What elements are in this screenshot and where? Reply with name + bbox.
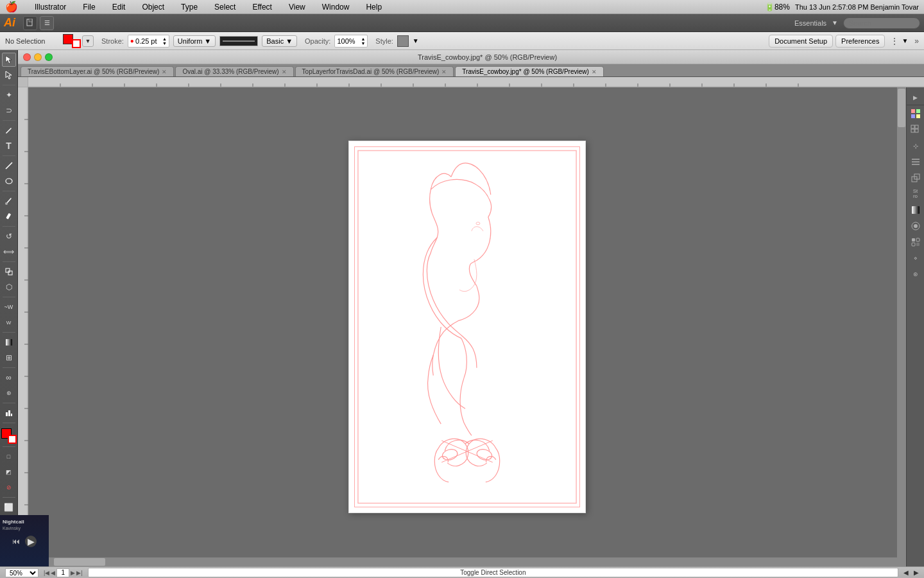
lasso-tool[interactable]: ⊃ [2,103,16,118]
line-tool[interactable] [2,159,16,173]
tab-1[interactable]: Oval.ai @ 33.33% (RGB/Preview) ✕ [175,66,293,76]
collapse-panel-icon[interactable]: » [914,37,919,46]
vertical-scrollbar[interactable] [897,87,906,557]
opacity-input[interactable] [337,37,359,45]
change-screen-mode[interactable]: ⬜ [2,500,16,514]
document-setup-button[interactable]: Document Setup [769,35,833,48]
pathfinder-panel-icon[interactable] [908,170,923,186]
tab-close-2[interactable]: ✕ [441,69,447,75]
preferences-button[interactable]: Preferences [835,35,885,48]
apple-menu[interactable]: 🍎 [5,1,18,13]
menu-file[interactable]: File [80,3,98,12]
menu-view[interactable]: View [286,3,308,12]
menu-effect[interactable]: Effect [250,3,274,12]
opacity-down[interactable]: ▼ [361,41,365,46]
shape-tool[interactable] [2,174,16,188]
maximize-button[interactable] [45,53,53,61]
selection-tool[interactable] [2,53,16,67]
prev-page-button[interactable]: ◀ [51,570,55,576]
no-fill-icon[interactable]: ⊘ [2,480,16,495]
menu-help[interactable]: Help [363,3,384,12]
minimize-button[interactable] [34,53,42,61]
stroke-up-arrow[interactable]: ▲ [162,37,167,41]
grid-panel-icon[interactable] [908,122,923,137]
direct-selection-tool[interactable] [2,68,16,82]
magic-wand-tool[interactable]: ✦ [2,88,16,102]
page-number-input[interactable] [56,568,69,577]
menu-select[interactable]: Select [212,3,238,12]
status-toggle[interactable]: Toggle Direct Selection [88,568,898,577]
stroke-panel-icon[interactable]: Stro [908,186,923,202]
canvas[interactable] [28,87,906,566]
transform-panel-icon[interactable]: ⊹ [908,138,923,153]
column-graph-tool[interactable] [2,406,16,420]
blend-tool[interactable]: ∞ [2,371,16,385]
align-panel-icon[interactable] [908,154,923,170]
rotate-tool[interactable]: ↺ [2,229,16,243]
style-dropdown-arrow[interactable]: ▼ [413,37,419,44]
brush-panel-icon[interactable]: ⋄ [908,250,923,266]
menu-window[interactable]: Window [320,3,352,12]
scale-tool[interactable] [2,265,16,279]
scrollbar-thumb-vertical[interactable] [898,89,905,127]
appearance-panel-icon[interactable] [908,218,923,234]
menu-object[interactable]: Object [139,3,167,12]
reflect-tool[interactable]: ⟺ [2,245,16,259]
last-page-button[interactable]: ▶| [76,570,82,576]
scrollbar-thumb-horizontal[interactable] [54,558,105,566]
swatches-panel-icon[interactable] [908,106,923,121]
symbol-tool[interactable]: ⊛ [2,386,16,400]
zoom-select[interactable]: 50% 25% 33% 66% 100% [5,568,38,577]
width-tool[interactable]: W [2,315,16,329]
gradient-tool[interactable] [2,335,16,349]
gradient-panel-icon[interactable] [908,202,923,218]
player-prev-button[interactable]: ⏮ [12,537,20,546]
type-tool[interactable]: T [2,139,16,153]
svg-rect-63 [911,114,915,118]
workspace-dropdown-icon[interactable]: ▼ [832,19,838,26]
fill-dropdown[interactable]: ▼ [82,35,94,47]
gradient-fill-icon[interactable]: ◩ [2,465,16,479]
panel-icon-1[interactable]: ▶ [907,90,924,105]
status-bar: 50% 25% 33% 66% 100% |◀ ◀ ▶ ▶| Toggle Di… [0,566,924,578]
pencil-tool[interactable] [2,209,16,223]
shear-tool[interactable]: ⬡ [2,280,16,294]
search-input[interactable] [843,17,920,29]
arrange-icon[interactable]: ☰ [40,16,54,30]
horizontal-scrollbar[interactable] [28,557,897,566]
warp-tool[interactable]: ~W [2,300,16,314]
menu-illustrator[interactable]: Illustrator [32,3,69,12]
close-button[interactable] [23,53,31,61]
stroke-style-dropdown[interactable]: Uniform▼ [173,35,216,47]
new-doc-icon[interactable] [23,16,37,30]
stroke-indicator[interactable] [8,435,17,444]
fill-none-icon[interactable]: □ [2,450,16,464]
tab-0[interactable]: TravisEBottomLayer.ai @ 50% (RGB/Preview… [21,66,174,76]
menu-edit[interactable]: Edit [110,3,128,12]
stroke-value-input[interactable] [135,37,161,45]
symbol-panel-icon[interactable]: ⊛ [908,267,923,282]
menu-type[interactable]: Type [178,3,200,12]
artboard-prev[interactable]: ◀ [903,569,909,576]
align-dropdown[interactable]: ▼ [902,37,908,44]
stroke-down-arrow[interactable]: ▼ [162,41,167,46]
opacity-label: Opacity: [305,37,330,45]
tab-close-1[interactable]: ✕ [282,69,287,75]
align-icon[interactable]: ⋮ [890,36,899,46]
tab-close-0[interactable]: ✕ [162,69,167,75]
tab-close-3[interactable]: ✕ [592,69,597,75]
next-page-button[interactable]: ▶ [71,570,75,576]
paintbrush-tool[interactable] [2,194,16,208]
opacity-up[interactable]: ▲ [361,37,365,41]
line-style-dropdown[interactable]: Basic▼ [262,35,297,47]
stroke-color-swatch[interactable] [72,39,81,48]
tab-3[interactable]: TravisE_cowboy.jpg* @ 50% (RGB/Preview) … [455,66,603,76]
workspace-label: Essentials [794,19,826,27]
player-play-button[interactable]: ▶ [25,536,37,547]
pen-tool[interactable] [2,123,16,137]
graphic-styles-icon[interactable] [908,234,923,250]
first-page-button[interactable]: |◀ [44,570,49,576]
mesh-tool[interactable]: ⊞ [2,351,16,365]
tab-2[interactable]: TopLayerforTravisDad.ai @ 50% (RGB/Previ… [295,66,454,76]
artboard-next[interactable]: ▶ [914,569,919,576]
